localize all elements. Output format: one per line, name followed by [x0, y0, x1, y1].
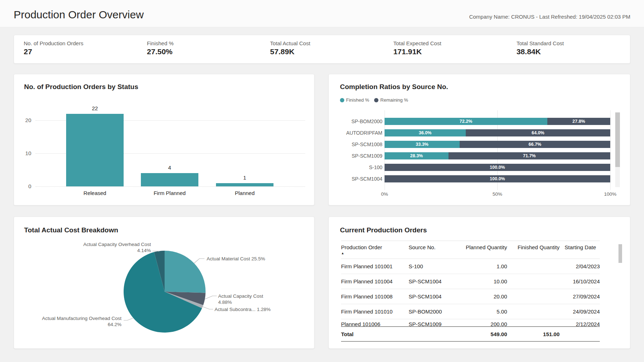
bar-firm-planned[interactable]	[141, 173, 198, 186]
column-header-0[interactable]: Production Order▲	[341, 244, 409, 259]
table-row[interactable]: Planned 101006SP-SCM1009200.002/12/2024	[341, 319, 600, 326]
bar-segment[interactable]: 100.0%	[385, 164, 610, 171]
pie-chart	[14, 238, 315, 349]
legend-item[interactable]: Finished %	[340, 97, 369, 103]
clipped-table-row-container: Planned 101006SP-SCM1009200.002/12/2024	[341, 319, 600, 326]
kpi-label: Total Actual Cost	[270, 40, 384, 46]
scrollbar-thumb[interactable]	[618, 244, 622, 263]
bar-segment-label: 33.3%	[416, 142, 428, 147]
pie-leader-line	[124, 318, 133, 320]
stacked-bar-sp-scm1004[interactable]: 100.0%	[385, 175, 610, 182]
y-axis-label: 0	[14, 183, 31, 189]
table-total-row: Total549.00151.00	[341, 326, 600, 342]
column-header-1[interactable]: Source No.	[409, 244, 452, 259]
kpi-label: Total Expected Cost	[393, 40, 507, 46]
bar-segment[interactable]: 64.0%	[466, 129, 610, 136]
table-cell: 5.00	[452, 308, 507, 315]
legend-dot-icon	[374, 98, 378, 102]
completion-chart-title: Completion Ratios by Source No.	[340, 83, 448, 91]
bar-segment[interactable]: 36.0%	[385, 129, 466, 136]
pie-slice-label-line: Actual Subcontra... 1.28%	[215, 306, 271, 312]
bar-value-label: 4	[141, 164, 198, 171]
bar-segment[interactable]: 33.3%	[385, 141, 460, 148]
bar-segment[interactable]: 66.7%	[460, 141, 610, 148]
bar-released[interactable]	[66, 114, 124, 186]
orders-table-card: Current Production Orders Production Ord…	[328, 217, 630, 349]
pie-slice-label-line: 64.2%	[36, 321, 121, 328]
stacked-bar-autodripfam[interactable]: 36.0%64.0%	[385, 129, 610, 136]
kpi-item: Total Standard Cost38.84K	[507, 35, 630, 63]
pie-chart-title: Total Actual Cost Breakdown	[24, 226, 118, 234]
bar-segment[interactable]: 71.7%	[448, 152, 610, 159]
table-cell: Firm Planned 101001	[341, 263, 409, 269]
stacked-bar-sp-scm1009[interactable]: 28.3%71.7%	[385, 152, 610, 159]
kpi-value: 38.84K	[516, 47, 630, 56]
table-row[interactable]: Firm Planned 101001S-1001.002/04/2023	[341, 259, 600, 274]
y-axis-label: 20	[14, 117, 31, 123]
kpi-value: 171.91K	[393, 47, 507, 56]
bar-segment[interactable]: 72.2%	[385, 118, 547, 125]
stacked-bar-sp-bom2000[interactable]: 72.2%27.8%	[385, 118, 610, 125]
kpi-label: Total Standard Cost	[516, 40, 630, 46]
column-header-2[interactable]: Planned Quantity	[452, 244, 507, 259]
pie-leader-line	[205, 296, 217, 299]
status-chart-title: No. of Production Orders by Status	[24, 83, 138, 91]
category-label: SP-SCM1008	[332, 141, 382, 147]
bar-segment-label: 100.0%	[490, 176, 505, 181]
kpi-value: 27.50%	[147, 47, 261, 56]
category-label: SP-SCM1004	[332, 176, 382, 182]
pie-slice-label-line: 4.88%	[218, 299, 263, 305]
legend-dot-icon	[340, 98, 344, 102]
kpi-value: 57.89K	[270, 47, 384, 56]
page-title: Production Order Overview	[14, 9, 144, 21]
pie-slice-label: Actual Material Cost 25.5%	[207, 256, 265, 262]
orders-table: Production Order▲Source No.Planned Quant…	[341, 241, 600, 342]
table-cell: 2/04/2023	[560, 263, 600, 269]
column-header-label: Finished Quantity	[507, 244, 560, 250]
legend-label: Remaining %	[380, 97, 408, 103]
table-cell: SP-BOM2000	[409, 308, 452, 315]
table-row[interactable]: Firm Planned 101010SP-BOM20005.0024/09/2…	[341, 304, 600, 319]
bar-value-label: 1	[216, 175, 273, 181]
table-cell: SP-SCM1004	[409, 293, 452, 300]
stacked-bar-s-100[interactable]: 100.0%	[385, 164, 610, 171]
bar-segment-label: 100.0%	[490, 165, 505, 170]
x-axis-label: Firm Planned	[141, 190, 198, 196]
table-title: Current Production Orders	[340, 226, 427, 234]
bar-planned[interactable]	[216, 183, 273, 186]
pie-slice-label-line: 4.14%	[65, 247, 151, 254]
bar-segment[interactable]: 28.3%	[385, 152, 448, 159]
table-row[interactable]: Firm Planned 101008SP-SCM100420.0027/09/…	[341, 289, 600, 304]
kpi-label: Finished %	[147, 40, 261, 46]
stacked-bar-sp-scm1008[interactable]: 33.3%66.7%	[385, 141, 610, 148]
x-axis-label: 100%	[599, 191, 621, 197]
pie-leader-line	[203, 307, 213, 309]
pie-slice-1[interactable]	[165, 251, 206, 293]
table-cell: 1.00	[452, 263, 507, 269]
bar-segment-label: 66.7%	[529, 142, 541, 147]
kpi-item: Finished %27.50%	[137, 35, 261, 63]
scrollbar-thumb[interactable]	[615, 112, 620, 167]
total-cell: 151.00	[507, 331, 560, 337]
x-axis-label: Planned	[216, 190, 273, 196]
pie-slice-label: Actual Manufacturing Overhead Cost64.2%	[36, 315, 121, 328]
table-cell: 20.00	[452, 293, 507, 300]
bar-segment[interactable]: 100.0%	[385, 175, 610, 182]
table-row[interactable]: Firm Planned 101004SP-SCM100410.0016/10/…	[341, 274, 600, 289]
column-header-3[interactable]: Finished Quantity	[507, 244, 560, 259]
table-cell: 27/09/2024	[560, 293, 600, 300]
pie-slice-label: Actual Capacity Overhead Cost4.14%	[65, 241, 151, 254]
table-cell: 24/09/2024	[560, 308, 600, 315]
table-header-row: Production Order▲Source No.Planned Quant…	[341, 241, 600, 259]
kpi-card: No. of Production Orders27Finished %27.5…	[14, 35, 630, 64]
pie-slice-label: Actual Subcontra... 1.28%	[215, 306, 271, 312]
kpi-label: No. of Production Orders	[24, 40, 137, 46]
column-header-label: Source No.	[409, 244, 452, 250]
bar-segment[interactable]: 27.8%	[547, 118, 610, 125]
kpi-item: Total Expected Cost171.91K	[383, 35, 507, 63]
table-cell: 200.00	[452, 321, 507, 326]
column-header-label: Production Order	[341, 244, 409, 250]
column-header-4[interactable]: Starting Date	[560, 244, 600, 259]
category-label: S-100	[332, 164, 382, 170]
legend-item[interactable]: Remaining %	[374, 97, 408, 103]
